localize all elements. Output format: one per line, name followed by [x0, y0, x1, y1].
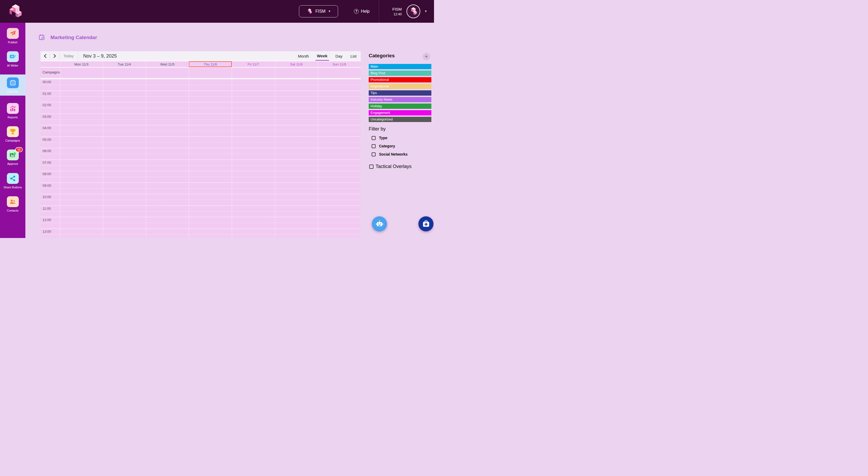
category-chip[interactable]: Inspirational: [369, 84, 431, 89]
category-chip[interactable]: Uncategorized: [369, 117, 431, 122]
type-checkbox[interactable]: [372, 136, 376, 140]
view-switcher: Month Week Day List: [298, 54, 356, 58]
tactical-overlays-toggle[interactable]: Tactical Overlays: [369, 164, 431, 169]
sidebar-item-label: Reports: [8, 116, 18, 119]
day-header-row: Mon 11/3 Tue 11/4 Wed 11/5 Thu 11/6 Fri …: [40, 61, 361, 68]
hour-label: 06:00: [42, 149, 51, 153]
hour-row[interactable]: 09:00: [40, 182, 361, 194]
hour-label: 07:00: [42, 161, 51, 165]
category-checkbox[interactable]: [372, 144, 376, 148]
next-week-button[interactable]: [50, 51, 59, 61]
day-header-tue[interactable]: Tue 11/4: [103, 61, 146, 67]
sidebar: Publish AI AI Writer Calendar: [0, 23, 25, 238]
day-header-sun[interactable]: Sun 11/9: [318, 61, 361, 67]
approve-icon: 13: [7, 149, 19, 160]
workspace-logo-icon: [306, 8, 313, 14]
support-kit-fab-button[interactable]: [418, 216, 433, 231]
page-title: Marketing Calendar: [38, 34, 97, 41]
category-chip[interactable]: Tips: [369, 90, 431, 96]
sidebar-item-contacts[interactable]: Contacts: [0, 196, 25, 212]
svg-text:AI: AI: [10, 55, 13, 58]
hour-label: 02:00: [42, 103, 51, 107]
category-chip[interactable]: Blog Post: [369, 71, 431, 76]
category-list: Main Blog Post Promotional Inspirational…: [369, 64, 431, 122]
user-meta: FISM 12:40: [392, 7, 402, 16]
sidebar-item-label: Publish: [8, 41, 18, 44]
hour-row[interactable]: 07:00: [40, 160, 361, 171]
contacts-icon: [7, 196, 19, 207]
ai-writer-icon: AI: [7, 51, 19, 62]
approve-badge: 13: [15, 147, 23, 152]
hour-row[interactable]: 01:00: [40, 91, 361, 102]
hour-row[interactable]: 12:00: [40, 217, 361, 229]
hour-row[interactable]: 06:00: [40, 148, 361, 160]
axis-spacer: [40, 61, 60, 67]
user-menu-chevron-icon[interactable]: ▼: [425, 10, 427, 13]
calendar-clock-icon: [38, 34, 45, 41]
hour-label: 10:00: [42, 195, 51, 199]
sidebar-item-publish[interactable]: Publish: [0, 28, 25, 44]
sidebar-item-share-buttons[interactable]: Share Buttons: [0, 173, 25, 189]
avatar[interactable]: [406, 4, 420, 18]
view-day-button[interactable]: Day: [335, 54, 343, 58]
filter-category[interactable]: Category: [372, 144, 431, 148]
filter-social-networks[interactable]: Social Networks: [372, 152, 431, 157]
sidebar-item-label: Campaigns: [5, 139, 20, 142]
calendar-date-range: Nov 3 – 9, 2025: [83, 54, 117, 59]
sidebar-item-calendar[interactable]: Calendar: [0, 74, 25, 96]
category-chip[interactable]: Industry News: [369, 97, 431, 102]
day-header-thu-today[interactable]: Thu 11/6: [189, 61, 232, 67]
top-bar: FISM ▼ ? Help FISM 12:40 ▼: [0, 0, 434, 23]
chatbot-fab-button[interactable]: [372, 216, 387, 231]
filter-type[interactable]: Type: [372, 136, 431, 140]
hour-row[interactable]: 11:00: [40, 205, 361, 217]
topbar-divider: [379, 0, 379, 23]
first-aid-kit-icon: [422, 219, 431, 229]
filter-by-heading: Filter by: [369, 126, 431, 132]
sidebar-item-reports[interactable]: Reports: [0, 103, 25, 119]
category-chip[interactable]: Promotional: [369, 77, 431, 82]
share-icon: [7, 173, 19, 184]
today-button[interactable]: Today: [59, 51, 78, 61]
time-grid[interactable]: 00:00 01:00 02:00 03:00 04:00 05:00 06:0…: [40, 79, 361, 238]
hour-row[interactable]: 10:00: [40, 194, 361, 205]
hour-row[interactable]: 02:00: [40, 102, 361, 113]
day-header-mon[interactable]: Mon 11/3: [60, 61, 103, 67]
view-week-button[interactable]: Week: [317, 54, 328, 58]
day-header-sat[interactable]: Sat 11/8: [275, 61, 318, 67]
hour-row[interactable]: 08:00: [40, 171, 361, 182]
campaigns-row[interactable]: Campaigns: [40, 68, 361, 79]
category-chip[interactable]: Main: [369, 64, 431, 69]
sidebar-item-campaigns[interactable]: Campaigns: [0, 126, 25, 142]
help-button[interactable]: ? Help: [354, 9, 370, 14]
hour-row[interactable]: 03:00: [40, 113, 361, 125]
sidebar-item-ai-writer[interactable]: AI AI Writer: [0, 51, 25, 67]
social-networks-checkbox[interactable]: [372, 152, 376, 157]
chevron-down-icon: ▼: [328, 10, 331, 13]
category-chip[interactable]: Holiday: [369, 104, 431, 109]
sidebar-item-label: Share Buttons: [3, 186, 22, 189]
campaigns-icon: [7, 126, 19, 137]
view-month-button[interactable]: Month: [298, 54, 309, 58]
hour-row[interactable]: 04:00: [40, 125, 361, 137]
add-category-button[interactable]: +: [423, 53, 430, 60]
hour-row[interactable]: 13:00: [40, 229, 361, 238]
hour-row[interactable]: 00:00: [40, 79, 361, 91]
calendar-panel: Today Nov 3 – 9, 2025 Month Week Day Lis…: [40, 51, 361, 238]
sidebar-item-approve[interactable]: 13 Approve: [0, 149, 25, 165]
hour-label: 13:00: [42, 230, 51, 234]
workspace-selector[interactable]: FISM ▼: [299, 5, 338, 18]
category-chip[interactable]: Engagement: [369, 110, 431, 115]
view-list-button[interactable]: List: [350, 54, 356, 58]
calendar-toolbar: Today Nov 3 – 9, 2025 Month Week Day Lis…: [40, 51, 361, 61]
categories-heading: Categories: [369, 53, 431, 59]
day-header-wed[interactable]: Wed 11/5: [146, 61, 189, 67]
hour-label: 05:00: [42, 138, 51, 142]
robot-icon: [375, 219, 384, 229]
hour-row[interactable]: 05:00: [40, 137, 361, 148]
prev-week-button[interactable]: [40, 51, 50, 61]
workspace-label: FISM: [315, 9, 326, 14]
sidebar-item-label: AI Writer: [7, 64, 19, 67]
tactical-overlays-checkbox[interactable]: [369, 165, 373, 169]
day-header-fri[interactable]: Fri 11/7: [232, 61, 275, 67]
